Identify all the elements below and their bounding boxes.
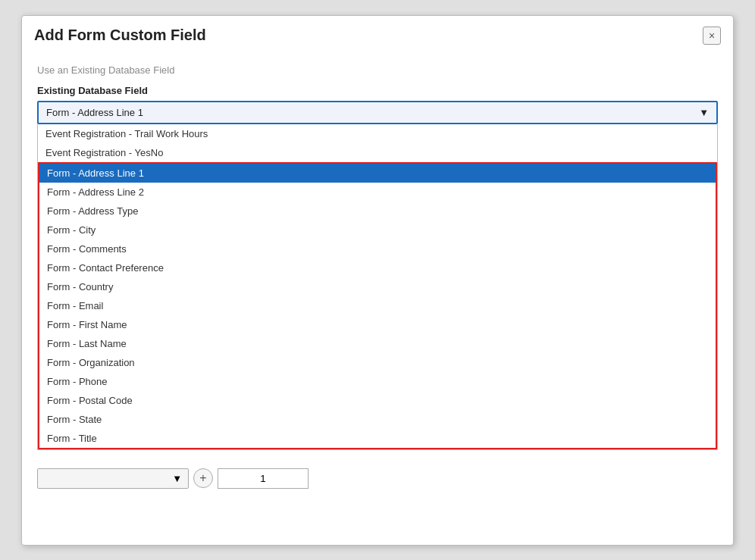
list-item[interactable]: Form - Organization [38, 353, 717, 372]
list-item[interactable]: Form - City [38, 221, 717, 239]
dialog-title: Add Form Custom Field [34, 27, 206, 44]
dialog-header: Add Form Custom Field × [22, 16, 733, 52]
add-button[interactable]: + [193, 468, 213, 488]
list-item[interactable]: Event Registration - YesNo [38, 143, 717, 162]
field-label: Existing Database Field [37, 85, 718, 96]
list-item[interactable]: Form - Email [38, 296, 717, 315]
list-item[interactable]: Form - First Name [38, 315, 717, 334]
close-button[interactable]: × [703, 27, 721, 45]
section-subtitle: Use an Existing Database Field [37, 64, 718, 76]
dropdown-selected-value: Form - Address Line 1 [46, 107, 143, 118]
list-item[interactable]: Form - Address Line 2 [38, 183, 717, 202]
list-item[interactable]: Form - State [38, 410, 717, 429]
bottom-bar: ▼ + [22, 462, 733, 495]
existing-field-dropdown[interactable]: Form - Address Line 1 ▼ [37, 101, 718, 124]
list-item[interactable]: Form - Address Type [38, 202, 717, 221]
list-item[interactable]: Form - Comments [38, 239, 717, 258]
list-item[interactable]: Form - Country [38, 277, 717, 296]
list-item[interactable]: Form - Contact Preference [38, 258, 717, 277]
list-item[interactable]: Form - Title [38, 429, 717, 449]
list-wrapper: Event Registration - Trail Work HoursEve… [37, 124, 718, 450]
list-item[interactable]: Individuals - Accessibility [38, 449, 717, 450]
bottom-dropdown[interactable]: ▼ [37, 468, 189, 489]
list-item[interactable]: Event Registration - Trail Work Hours [38, 124, 717, 143]
list-item[interactable]: Form - Phone [38, 372, 717, 391]
field-list[interactable]: Event Registration - Trail Work HoursEve… [37, 124, 718, 450]
dialog-body: Use an Existing Database Field Existing … [22, 52, 733, 462]
add-form-custom-field-dialog: Add Form Custom Field × Use an Existing … [21, 15, 734, 546]
bottom-dropdown-arrow-icon: ▼ [172, 473, 182, 484]
dropdown-arrow-icon: ▼ [699, 107, 709, 118]
list-item[interactable]: Form - Postal Code [38, 391, 717, 410]
list-item[interactable]: Form - Address Line 1 [38, 162, 717, 183]
number-input[interactable] [218, 468, 309, 489]
list-item[interactable]: Form - Last Name [38, 334, 717, 353]
